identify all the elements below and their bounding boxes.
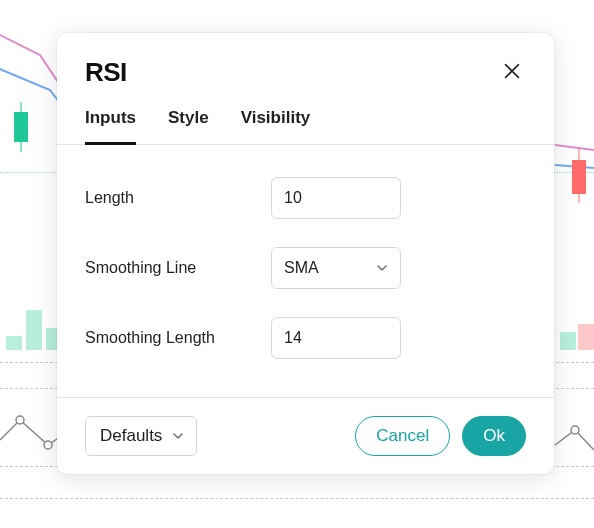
svg-point-0 bbox=[16, 416, 24, 424]
row-smoothing-length: Smoothing Length bbox=[85, 303, 526, 373]
smoothing-line-value: SMA bbox=[284, 259, 319, 277]
smoothing-length-label: Smoothing Length bbox=[85, 329, 271, 347]
defaults-button[interactable]: Defaults bbox=[85, 416, 197, 456]
close-button[interactable] bbox=[498, 59, 526, 87]
dialog-header: RSI bbox=[57, 33, 554, 94]
chevron-down-icon bbox=[374, 260, 390, 276]
close-icon bbox=[501, 60, 523, 85]
smoothing-line-label: Smoothing Line bbox=[85, 259, 271, 277]
length-label: Length bbox=[85, 189, 271, 207]
ok-button[interactable]: Ok bbox=[462, 416, 526, 456]
tabs: Inputs Style Visibility bbox=[57, 94, 554, 145]
row-length: Length bbox=[85, 163, 526, 233]
footer-actions: Cancel Ok bbox=[355, 416, 526, 456]
tab-style[interactable]: Style bbox=[168, 108, 209, 145]
cancel-button[interactable]: Cancel bbox=[355, 416, 450, 456]
indicator-settings-dialog: RSI Inputs Style Visibility Length Smoot… bbox=[57, 33, 554, 474]
inputs-form: Length Smoothing Line SMA Smoothing Leng… bbox=[57, 145, 554, 397]
tab-inputs[interactable]: Inputs bbox=[85, 108, 136, 145]
svg-point-2 bbox=[571, 426, 579, 434]
tab-visibility[interactable]: Visibility bbox=[241, 108, 311, 145]
defaults-label: Defaults bbox=[100, 426, 162, 446]
dialog-footer: Defaults Cancel Ok bbox=[57, 397, 554, 474]
smoothing-line-select[interactable]: SMA bbox=[271, 247, 401, 289]
svg-point-1 bbox=[44, 441, 52, 449]
smoothing-length-input[interactable] bbox=[271, 317, 401, 359]
bg-dash-line bbox=[0, 498, 594, 499]
dialog-title: RSI bbox=[85, 57, 127, 88]
row-smoothing-line: Smoothing Line SMA bbox=[85, 233, 526, 303]
chevron-down-icon bbox=[170, 428, 186, 444]
length-input[interactable] bbox=[271, 177, 401, 219]
